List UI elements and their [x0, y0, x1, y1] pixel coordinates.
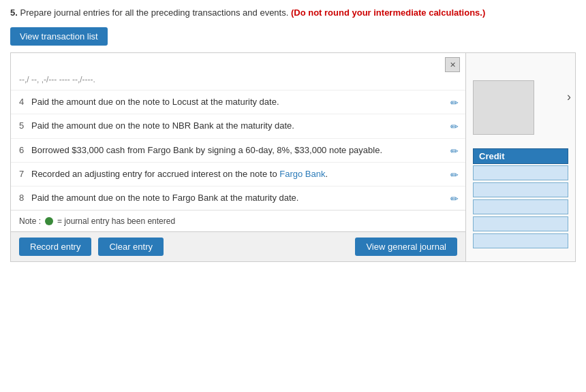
left-panel: ✕ --,/ --, ,-/--- ---- --,/----. 4 Paid …	[11, 53, 466, 261]
edit-icon[interactable]: ✏	[450, 96, 459, 108]
transaction-item: 7 Recorded an adjusting entry for accrue…	[11, 163, 465, 186]
main-container: ✕ --,/ --, ,-/--- ---- --,/----. 4 Paid …	[10, 52, 576, 262]
credit-header: Credit	[473, 148, 568, 164]
green-dot-icon	[45, 217, 53, 225]
record-entry-button[interactable]: Record entry	[19, 238, 91, 256]
clear-entry-button[interactable]: Clear entry	[98, 238, 164, 256]
question-number: 5.	[10, 7, 18, 18]
credit-input-1[interactable]	[473, 165, 568, 180]
bottom-buttons: Record entry Clear entry View general jo…	[11, 231, 465, 261]
credit-area: Credit	[473, 148, 568, 248]
truncated-text: --,/ --, ,-/--- ---- --,/----.	[11, 72, 465, 91]
next-arrow[interactable]: ›	[563, 87, 575, 107]
credit-input-5[interactable]	[473, 233, 568, 248]
note-prefix: Note :	[19, 216, 41, 226]
view-transaction-button[interactable]: View transaction list	[10, 27, 108, 46]
transaction-item: 6 Borrowed $33,000 cash from Fargo Bank …	[11, 139, 465, 163]
credit-rows	[473, 165, 568, 248]
transaction-number: 7	[19, 168, 31, 179]
transaction-number: 6	[19, 144, 31, 155]
fargo-bank-link[interactable]: Fargo Bank	[279, 169, 325, 179]
transaction-text: Borrowed $33,000 cash from Fargo Bank by…	[31, 144, 445, 157]
transaction-item: 4 Paid the amount due on the note to Loc…	[11, 91, 465, 114]
close-icon-area: ✕	[11, 53, 465, 72]
transaction-text: Paid the amount due on the note to Locus…	[31, 96, 445, 108]
edit-icon[interactable]: ✏	[450, 168, 459, 180]
gray-placeholder	[473, 80, 534, 135]
close-icon: ✕	[450, 61, 456, 69]
edit-icon[interactable]: ✏	[450, 144, 459, 157]
question-text: Prepare journal entries for all the prec…	[20, 7, 288, 18]
question-header: 5. Prepare journal entries for all the p…	[10, 7, 576, 19]
close-button[interactable]: ✕	[445, 57, 460, 72]
right-panel: › Credit	[466, 53, 575, 261]
view-general-journal-button[interactable]: View general journal	[355, 238, 457, 256]
credit-input-2[interactable]	[473, 182, 568, 197]
transaction-number: 4	[19, 96, 31, 107]
transaction-list: 4 Paid the amount due on the note to Loc…	[11, 91, 465, 210]
transaction-number: 5	[19, 120, 31, 131]
edit-icon[interactable]: ✏	[450, 192, 459, 204]
credit-input-4[interactable]	[473, 216, 568, 231]
edit-icon[interactable]: ✏	[450, 120, 459, 132]
transaction-item: 5 Paid the amount due on the note to NBR…	[11, 114, 465, 138]
transaction-text: Paid the amount due on the note to NBR B…	[31, 120, 445, 132]
transaction-text: Paid the amount due on the note to Fargo…	[31, 192, 445, 204]
note-text: = journal entry has been entered	[57, 216, 175, 226]
credit-input-3[interactable]	[473, 199, 568, 214]
no-round-warning: (Do not round your intermediate calculat…	[291, 7, 485, 18]
note-section: Note : = journal entry has been entered	[11, 210, 465, 231]
transaction-item: 8 Paid the amount due on the note to Far…	[11, 186, 465, 210]
transaction-number: 8	[19, 192, 31, 203]
transaction-text: Recorded an adjusting entry for accrued …	[31, 168, 445, 180]
